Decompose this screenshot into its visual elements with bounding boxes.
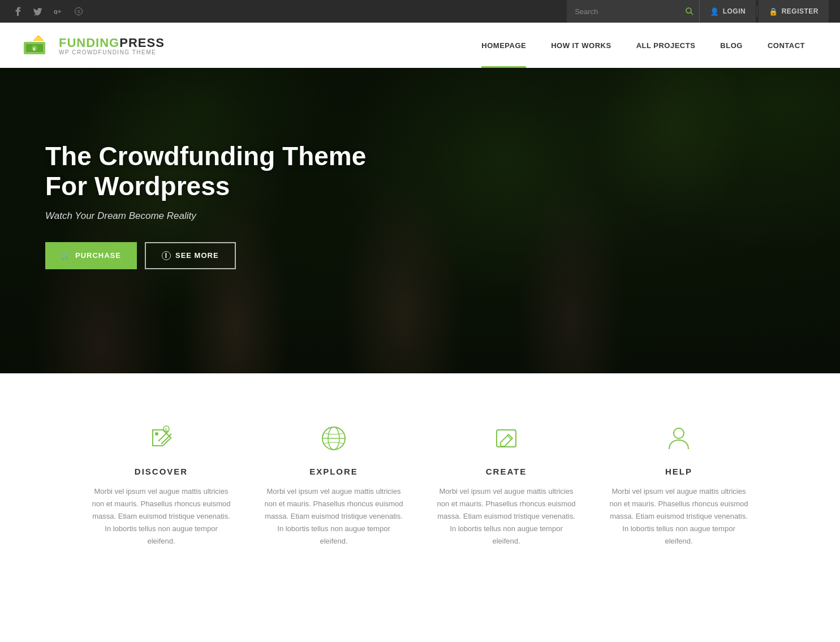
login-icon: 👤 bbox=[710, 7, 720, 16]
help-title: HELP bbox=[665, 467, 692, 476]
info-icon: i bbox=[162, 251, 171, 260]
discover-icon: $ bbox=[147, 424, 175, 456]
create-text: Morbi vel ipsum vel augue mattis ultrici… bbox=[437, 485, 576, 548]
feature-explore: EXPLORE Morbi vel ipsum vel augue mattis… bbox=[253, 413, 415, 559]
feature-help: HELP Morbi vel ipsum vel augue mattis ul… bbox=[598, 413, 760, 559]
create-title: CREATE bbox=[486, 467, 527, 476]
nav-links: HOMEPAGE HOW IT WORKS ALL PROJECTS BLOG … bbox=[469, 23, 817, 68]
features-section: $ DISCOVER Morbi vel ipsum vel augue mat… bbox=[0, 373, 840, 593]
register-icon: 🔒 bbox=[769, 7, 778, 16]
purchase-label: PURCHASE bbox=[75, 251, 121, 260]
logo-text: FUNDINGPRESS WP CROWDFUNDING THEME bbox=[59, 36, 165, 55]
skype-icon[interactable]: S bbox=[72, 5, 85, 18]
nav-how-it-works[interactable]: HOW IT WORKS bbox=[539, 23, 623, 68]
auth-divider bbox=[757, 6, 757, 17]
logo: $ FUNDINGPRESS WP CROWDFUNDING THEME bbox=[23, 34, 165, 57]
topbar: g+ S 👤 LOGIN 🔒 REGISTER bbox=[0, 0, 840, 23]
twitter-icon[interactable] bbox=[32, 5, 44, 18]
features-grid: $ DISCOVER Morbi vel ipsum vel augue mat… bbox=[81, 413, 760, 559]
create-icon bbox=[492, 424, 520, 456]
hero-subtitle: Watch Your Dream Become Reality bbox=[45, 210, 407, 222]
discover-title: DISCOVER bbox=[135, 467, 188, 476]
login-button[interactable]: 👤 LOGIN bbox=[700, 0, 756, 23]
hero-section: The Crowdfunding Theme For Wordpress Wat… bbox=[0, 68, 840, 373]
navbar: $ FUNDINGPRESS WP CROWDFUNDING THEME HOM… bbox=[0, 23, 840, 68]
logo-brand: FUNDINGPRESS bbox=[59, 36, 165, 50]
nav-blog[interactable]: BLOG bbox=[708, 23, 755, 68]
search-input[interactable] bbox=[567, 0, 680, 23]
svg-text:$: $ bbox=[165, 427, 167, 432]
logo-brand-dark: PRESS bbox=[119, 36, 165, 50]
register-button[interactable]: 🔒 REGISTER bbox=[759, 0, 829, 23]
logo-icon: $ bbox=[23, 34, 52, 57]
explore-title: EXPLORE bbox=[309, 467, 358, 476]
hero-buttons: 🛒 PURCHASE i SEE MORE bbox=[45, 242, 407, 269]
see-more-button[interactable]: i SEE MORE bbox=[145, 242, 236, 269]
svg-point-21 bbox=[674, 428, 684, 438]
svg-line-12 bbox=[158, 431, 169, 441]
social-icons: g+ S bbox=[11, 5, 85, 18]
login-label: LOGIN bbox=[723, 7, 746, 15]
help-icon bbox=[665, 424, 693, 456]
hero-title: The Crowdfunding Theme For Wordpress bbox=[45, 141, 407, 201]
svg-line-4 bbox=[691, 12, 693, 15]
cart-icon: 🛒 bbox=[61, 251, 71, 260]
topbar-right: 👤 LOGIN 🔒 REGISTER bbox=[567, 0, 829, 23]
nav-contact[interactable]: CONTACT bbox=[755, 23, 817, 68]
svg-point-11 bbox=[155, 432, 158, 436]
register-label: REGISTER bbox=[782, 7, 819, 15]
purchase-button[interactable]: 🛒 PURCHASE bbox=[45, 242, 137, 269]
help-text: Morbi vel ipsum vel augue mattis ultrici… bbox=[610, 485, 748, 548]
see-more-label: SEE MORE bbox=[175, 251, 219, 260]
svg-text:g+: g+ bbox=[54, 8, 61, 14]
hero-content: The Crowdfunding Theme For Wordpress Wat… bbox=[0, 68, 453, 269]
svg-marker-10 bbox=[34, 36, 43, 40]
search-button[interactable] bbox=[680, 0, 699, 23]
google-plus-icon[interactable]: g+ bbox=[52, 5, 64, 18]
svg-text:$: $ bbox=[33, 46, 36, 51]
facebook-icon[interactable] bbox=[11, 5, 24, 18]
explore-text: Morbi vel ipsum vel augue mattis ultrici… bbox=[265, 485, 403, 548]
feature-discover: $ DISCOVER Morbi vel ipsum vel augue mat… bbox=[81, 413, 242, 559]
svg-point-3 bbox=[686, 8, 691, 13]
discover-text: Morbi vel ipsum vel augue mattis ultrici… bbox=[92, 485, 231, 548]
feature-create: CREATE Morbi vel ipsum vel augue mattis … bbox=[426, 413, 587, 559]
nav-all-projects[interactable]: ALL PROJECTS bbox=[624, 23, 708, 68]
explore-icon bbox=[320, 424, 348, 456]
svg-text:S: S bbox=[77, 9, 80, 14]
logo-sub: WP CROWDFUNDING THEME bbox=[59, 49, 165, 55]
logo-brand-green: FUNDING bbox=[59, 36, 119, 50]
nav-homepage[interactable]: HOMEPAGE bbox=[469, 23, 539, 68]
